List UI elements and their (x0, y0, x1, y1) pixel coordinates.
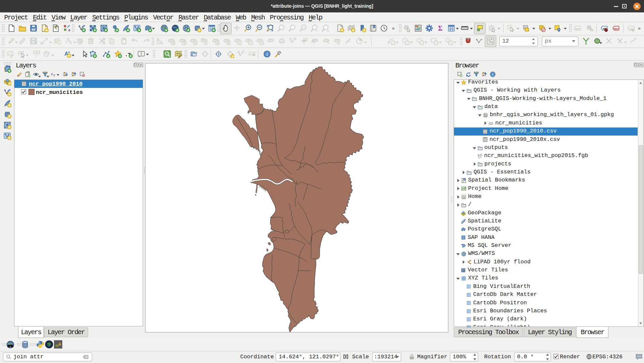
svg-text:1:1: 1:1 (302, 27, 305, 29)
svg-text:abc: abc (614, 27, 619, 30)
svg-text:ε: ε (51, 71, 53, 76)
svg-text:abc: abc (576, 27, 580, 30)
svg-text:i: i (492, 72, 493, 76)
svg-text:»: » (392, 25, 395, 31)
svg-text:º: º (481, 39, 482, 42)
svg-text:a: a (68, 28, 70, 32)
svg-text:i: i (266, 52, 268, 57)
svg-text:T: T (140, 52, 142, 56)
svg-text:»: » (638, 25, 641, 31)
svg-text:Σ: Σ (438, 24, 442, 32)
svg-text:ε: ε (36, 54, 38, 58)
svg-text:i: i (406, 26, 407, 30)
